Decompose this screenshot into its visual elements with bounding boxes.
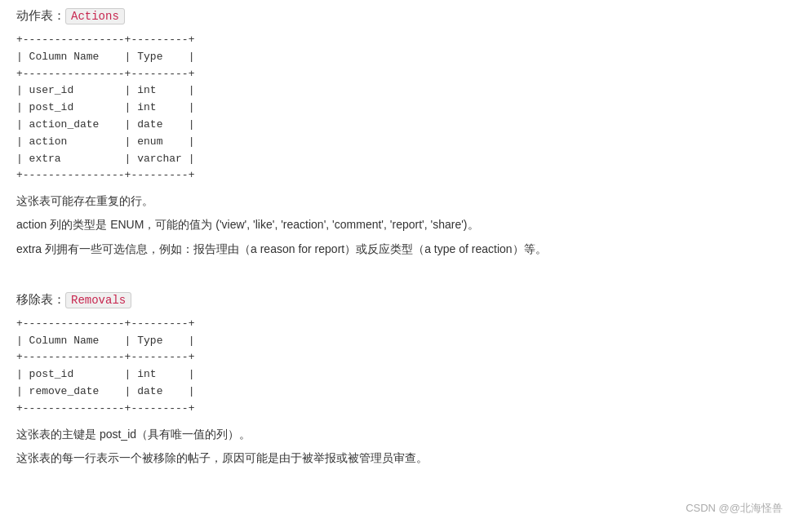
table-ascii-removals: +----------------+---------+ | Column Na… bbox=[16, 316, 783, 418]
description-actions-2: extra 列拥有一些可选信息，例如：报告理由（a reason for rep… bbox=[16, 239, 783, 259]
description-removals-1: 这张表的每一行表示一个被移除的帖子，原因可能是由于被举报或被管理员审查。 bbox=[16, 448, 783, 468]
description-actions-0: 这张表可能存在重复的行。 bbox=[16, 191, 783, 211]
section-removals: 移除表：Removals+----------------+---------+… bbox=[16, 292, 783, 468]
description-actions-1: action 列的类型是 ENUM，可能的值为 ('view', 'like',… bbox=[16, 215, 783, 235]
table-ascii-actions: +----------------+---------+ | Column Na… bbox=[16, 32, 783, 184]
table-name-removals: Removals bbox=[65, 292, 131, 308]
section-actions: 动作表：Actions+----------------+---------+ … bbox=[16, 8, 783, 259]
section-title-removals: 移除表：Removals bbox=[16, 292, 783, 308]
table-name-actions: Actions bbox=[65, 8, 125, 24]
section-title-actions: 动作表：Actions bbox=[16, 8, 783, 24]
description-removals-0: 这张表的主键是 post_id（具有唯一值的列）。 bbox=[16, 424, 783, 445]
watermark: CSDN @@北海怪兽 bbox=[686, 501, 783, 516]
